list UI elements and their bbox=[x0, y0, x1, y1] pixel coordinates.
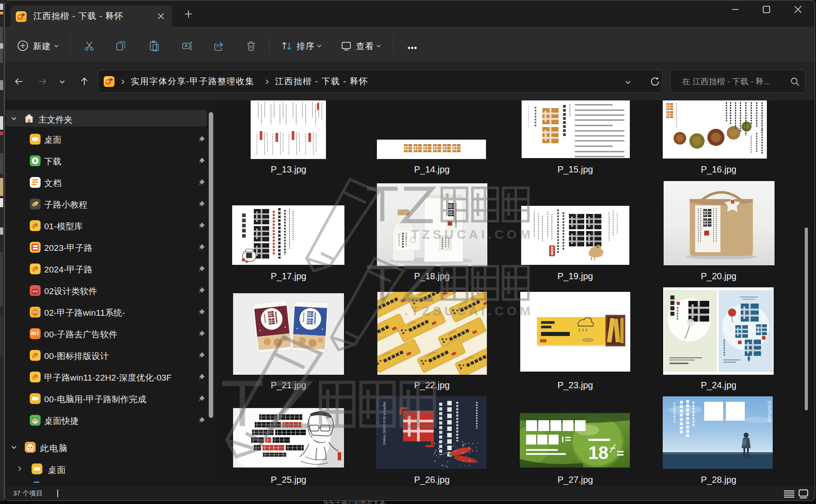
svg-text:18: 18 bbox=[588, 443, 609, 463]
svg-text:[COURAGE]: [COURAGE] bbox=[767, 401, 772, 422]
